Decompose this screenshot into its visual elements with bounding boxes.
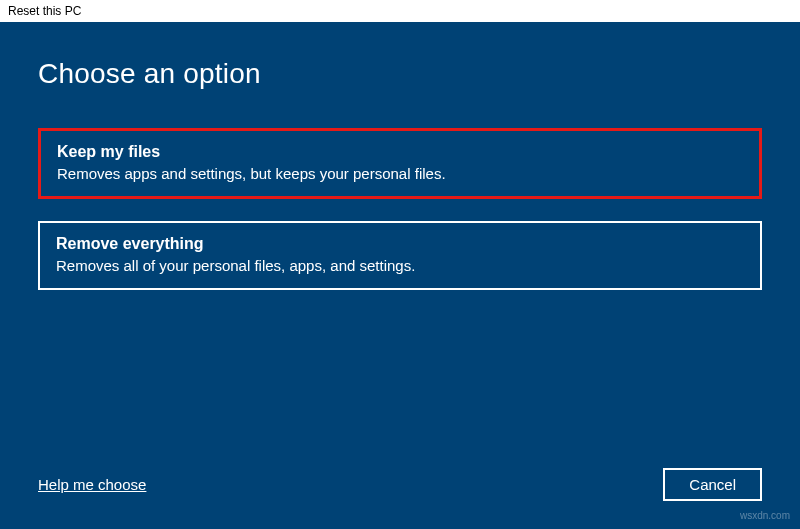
window-titlebar: Reset this PC: [0, 0, 800, 22]
cancel-button[interactable]: Cancel: [663, 468, 762, 501]
option-remove-description: Removes all of your personal files, apps…: [56, 257, 744, 274]
help-me-choose-link[interactable]: Help me choose: [38, 476, 146, 493]
option-keep-my-files[interactable]: Keep my files Removes apps and settings,…: [38, 128, 762, 199]
window-title: Reset this PC: [8, 4, 81, 18]
option-keep-title: Keep my files: [57, 143, 743, 161]
dialog-footer: Help me choose Cancel: [38, 468, 762, 501]
option-remove-everything[interactable]: Remove everything Removes all of your pe…: [38, 221, 762, 290]
option-remove-title: Remove everything: [56, 235, 744, 253]
reset-pc-panel: Choose an option Keep my files Removes a…: [0, 22, 800, 529]
watermark-text: wsxdn.com: [740, 510, 790, 521]
option-keep-description: Removes apps and settings, but keeps you…: [57, 165, 743, 182]
page-title: Choose an option: [38, 58, 762, 90]
